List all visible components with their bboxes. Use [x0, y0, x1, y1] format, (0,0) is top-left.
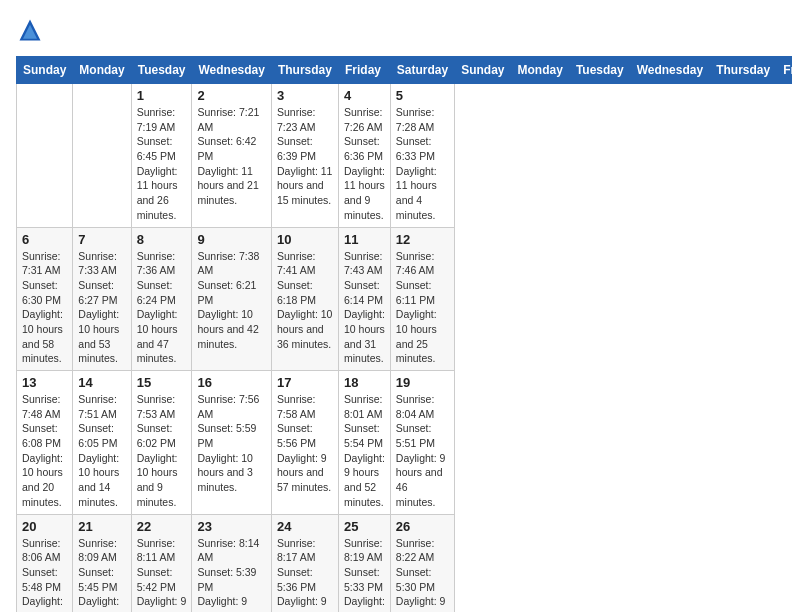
- day-number: 26: [396, 519, 449, 534]
- calendar-cell: 1Sunrise: 7:19 AMSunset: 6:45 PMDaylight…: [131, 84, 192, 228]
- day-number: 21: [78, 519, 125, 534]
- calendar-cell: 9Sunrise: 7:38 AMSunset: 6:21 PMDaylight…: [192, 227, 271, 371]
- day-info: Sunrise: 7:43 AMSunset: 6:14 PMDaylight:…: [344, 249, 385, 367]
- day-number: 24: [277, 519, 333, 534]
- calendar-header-row: SundayMondayTuesdayWednesdayThursdayFrid…: [17, 57, 793, 84]
- calendar-cell: 18Sunrise: 8:01 AMSunset: 5:54 PMDayligh…: [338, 371, 390, 515]
- calendar-cell: 16Sunrise: 7:56 AMSunset: 5:59 PMDayligh…: [192, 371, 271, 515]
- day-number: 23: [197, 519, 265, 534]
- logo: [16, 16, 48, 44]
- day-number: 1: [137, 88, 187, 103]
- calendar-cell: 19Sunrise: 8:04 AMSunset: 5:51 PMDayligh…: [390, 371, 454, 515]
- day-info: Sunrise: 7:38 AMSunset: 6:21 PMDaylight:…: [197, 249, 265, 352]
- col-header-sunday: Sunday: [17, 57, 73, 84]
- day-info: Sunrise: 7:31 AMSunset: 6:30 PMDaylight:…: [22, 249, 67, 367]
- day-info: Sunrise: 8:14 AMSunset: 5:39 PMDaylight:…: [197, 536, 265, 613]
- calendar-cell: 24Sunrise: 8:17 AMSunset: 5:36 PMDayligh…: [271, 514, 338, 612]
- col-header-thursday: Thursday: [271, 57, 338, 84]
- day-number: 5: [396, 88, 449, 103]
- col-header-tuesday: Tuesday: [131, 57, 192, 84]
- day-number: 20: [22, 519, 67, 534]
- calendar-cell: 25Sunrise: 8:19 AMSunset: 5:33 PMDayligh…: [338, 514, 390, 612]
- calendar-cell: 12Sunrise: 7:46 AMSunset: 6:11 PMDayligh…: [390, 227, 454, 371]
- day-info: Sunrise: 7:26 AMSunset: 6:36 PMDaylight:…: [344, 105, 385, 223]
- day-number: 12: [396, 232, 449, 247]
- day-number: 15: [137, 375, 187, 390]
- col-header-thursday: Thursday: [710, 57, 777, 84]
- page-header: [16, 16, 776, 44]
- day-info: Sunrise: 7:19 AMSunset: 6:45 PMDaylight:…: [137, 105, 187, 223]
- day-number: 14: [78, 375, 125, 390]
- calendar-cell: [17, 84, 73, 228]
- day-number: 17: [277, 375, 333, 390]
- day-info: Sunrise: 7:56 AMSunset: 5:59 PMDaylight:…: [197, 392, 265, 495]
- day-number: 25: [344, 519, 385, 534]
- day-info: Sunrise: 7:41 AMSunset: 6:18 PMDaylight:…: [277, 249, 333, 352]
- day-info: Sunrise: 7:53 AMSunset: 6:02 PMDaylight:…: [137, 392, 187, 510]
- calendar-cell: 15Sunrise: 7:53 AMSunset: 6:02 PMDayligh…: [131, 371, 192, 515]
- logo-icon: [16, 16, 44, 44]
- day-info: Sunrise: 8:11 AMSunset: 5:42 PMDaylight:…: [137, 536, 187, 613]
- day-number: 7: [78, 232, 125, 247]
- calendar-week-row: 13Sunrise: 7:48 AMSunset: 6:08 PMDayligh…: [17, 371, 793, 515]
- calendar-cell: 17Sunrise: 7:58 AMSunset: 5:56 PMDayligh…: [271, 371, 338, 515]
- col-header-saturday: Saturday: [390, 57, 454, 84]
- calendar-cell: 13Sunrise: 7:48 AMSunset: 6:08 PMDayligh…: [17, 371, 73, 515]
- day-info: Sunrise: 7:21 AMSunset: 6:42 PMDaylight:…: [197, 105, 265, 208]
- calendar-cell: 23Sunrise: 8:14 AMSunset: 5:39 PMDayligh…: [192, 514, 271, 612]
- calendar-cell: 14Sunrise: 7:51 AMSunset: 6:05 PMDayligh…: [73, 371, 131, 515]
- day-number: 3: [277, 88, 333, 103]
- calendar-cell: 4Sunrise: 7:26 AMSunset: 6:36 PMDaylight…: [338, 84, 390, 228]
- day-number: 13: [22, 375, 67, 390]
- col-header-tuesday: Tuesday: [569, 57, 630, 84]
- col-header-friday: Friday: [777, 57, 792, 84]
- day-number: 16: [197, 375, 265, 390]
- calendar-week-row: 1Sunrise: 7:19 AMSunset: 6:45 PMDaylight…: [17, 84, 793, 228]
- calendar-cell: 20Sunrise: 8:06 AMSunset: 5:48 PMDayligh…: [17, 514, 73, 612]
- day-number: 4: [344, 88, 385, 103]
- day-info: Sunrise: 7:58 AMSunset: 5:56 PMDaylight:…: [277, 392, 333, 495]
- day-number: 6: [22, 232, 67, 247]
- calendar-cell: 22Sunrise: 8:11 AMSunset: 5:42 PMDayligh…: [131, 514, 192, 612]
- day-number: 10: [277, 232, 333, 247]
- day-info: Sunrise: 8:22 AMSunset: 5:30 PMDaylight:…: [396, 536, 449, 613]
- calendar-cell: 5Sunrise: 7:28 AMSunset: 6:33 PMDaylight…: [390, 84, 454, 228]
- calendar-cell: [73, 84, 131, 228]
- day-number: 2: [197, 88, 265, 103]
- day-number: 18: [344, 375, 385, 390]
- day-info: Sunrise: 8:04 AMSunset: 5:51 PMDaylight:…: [396, 392, 449, 510]
- calendar-week-row: 20Sunrise: 8:06 AMSunset: 5:48 PMDayligh…: [17, 514, 793, 612]
- day-info: Sunrise: 7:28 AMSunset: 6:33 PMDaylight:…: [396, 105, 449, 223]
- col-header-monday: Monday: [73, 57, 131, 84]
- day-info: Sunrise: 7:46 AMSunset: 6:11 PMDaylight:…: [396, 249, 449, 367]
- calendar-cell: 21Sunrise: 8:09 AMSunset: 5:45 PMDayligh…: [73, 514, 131, 612]
- day-number: 9: [197, 232, 265, 247]
- day-info: Sunrise: 8:19 AMSunset: 5:33 PMDaylight:…: [344, 536, 385, 613]
- day-info: Sunrise: 8:06 AMSunset: 5:48 PMDaylight:…: [22, 536, 67, 613]
- col-header-wednesday: Wednesday: [192, 57, 271, 84]
- day-info: Sunrise: 8:09 AMSunset: 5:45 PMDaylight:…: [78, 536, 125, 613]
- col-header-wednesday: Wednesday: [630, 57, 709, 84]
- day-number: 22: [137, 519, 187, 534]
- day-number: 11: [344, 232, 385, 247]
- day-info: Sunrise: 7:33 AMSunset: 6:27 PMDaylight:…: [78, 249, 125, 367]
- day-info: Sunrise: 7:23 AMSunset: 6:39 PMDaylight:…: [277, 105, 333, 208]
- calendar-cell: 8Sunrise: 7:36 AMSunset: 6:24 PMDaylight…: [131, 227, 192, 371]
- day-number: 19: [396, 375, 449, 390]
- day-info: Sunrise: 7:51 AMSunset: 6:05 PMDaylight:…: [78, 392, 125, 510]
- calendar-table: SundayMondayTuesdayWednesdayThursdayFrid…: [16, 56, 792, 612]
- col-header-friday: Friday: [338, 57, 390, 84]
- calendar-cell: 10Sunrise: 7:41 AMSunset: 6:18 PMDayligh…: [271, 227, 338, 371]
- calendar-cell: 6Sunrise: 7:31 AMSunset: 6:30 PMDaylight…: [17, 227, 73, 371]
- calendar-cell: 26Sunrise: 8:22 AMSunset: 5:30 PMDayligh…: [390, 514, 454, 612]
- calendar-cell: 11Sunrise: 7:43 AMSunset: 6:14 PMDayligh…: [338, 227, 390, 371]
- col-header-sunday: Sunday: [455, 57, 511, 84]
- calendar-week-row: 6Sunrise: 7:31 AMSunset: 6:30 PMDaylight…: [17, 227, 793, 371]
- calendar-cell: 3Sunrise: 7:23 AMSunset: 6:39 PMDaylight…: [271, 84, 338, 228]
- calendar-cell: 7Sunrise: 7:33 AMSunset: 6:27 PMDaylight…: [73, 227, 131, 371]
- day-info: Sunrise: 8:01 AMSunset: 5:54 PMDaylight:…: [344, 392, 385, 510]
- calendar-cell: 2Sunrise: 7:21 AMSunset: 6:42 PMDaylight…: [192, 84, 271, 228]
- day-info: Sunrise: 7:48 AMSunset: 6:08 PMDaylight:…: [22, 392, 67, 510]
- col-header-monday: Monday: [511, 57, 569, 84]
- day-info: Sunrise: 8:17 AMSunset: 5:36 PMDaylight:…: [277, 536, 333, 613]
